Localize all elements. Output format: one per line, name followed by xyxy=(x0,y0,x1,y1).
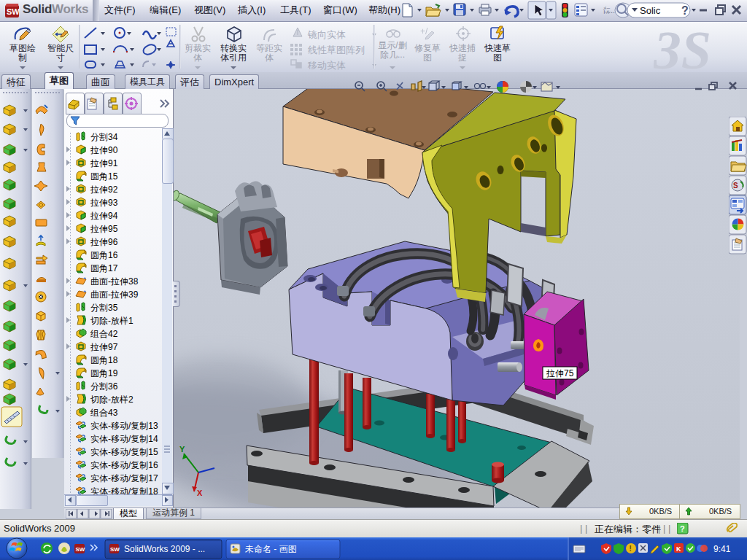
svg-text:+/: +/ xyxy=(420,26,428,36)
svg-text:SW: SW xyxy=(7,7,20,16)
svg-text:?: ? xyxy=(681,4,689,17)
svg-text:X: X xyxy=(197,489,203,497)
svg-text:K: K xyxy=(676,545,681,553)
svg-text:镜向实体: 镜向实体 xyxy=(307,29,346,40)
svg-text:SolidWorks 2009 - ...: SolidWorks 2009 - ... xyxy=(124,544,205,554)
svg-text:拉伸75: 拉伸75 xyxy=(546,368,574,378)
svg-text:9:41: 9:41 xyxy=(713,544,731,554)
svg-text:?: ? xyxy=(680,524,685,533)
svg-text:㍍..: ㍍.. xyxy=(603,6,615,15)
svg-text:线性草图阵列: 线性草图阵列 xyxy=(308,44,365,55)
svg-text:S: S xyxy=(733,182,738,190)
svg-text:SW: SW xyxy=(76,546,85,553)
svg-text:!: ! xyxy=(630,545,632,553)
svg-text:未命名 - 画图: 未命名 - 画图 xyxy=(245,544,297,554)
svg-text:Solic: Solic xyxy=(640,5,661,16)
svg-text:ЗS: ЗS xyxy=(654,22,711,73)
svg-text:Y: Y xyxy=(179,445,185,454)
svg-text:移动实体: 移动实体 xyxy=(307,60,346,70)
svg-text:SW: SW xyxy=(110,546,120,553)
